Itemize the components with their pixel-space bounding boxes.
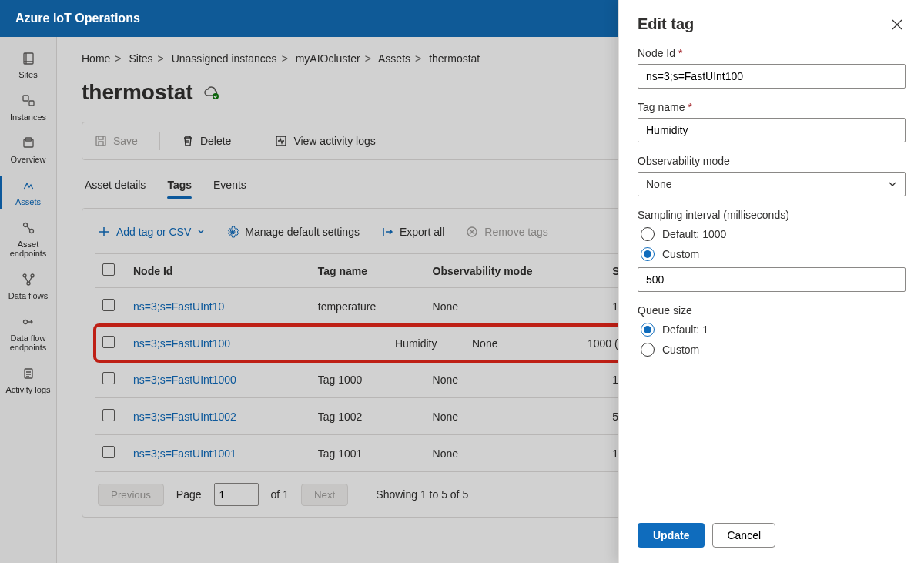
save-icon (95, 135, 107, 147)
page-title: thermostat (82, 80, 193, 105)
tag-name-cell: Tag 1001 (310, 435, 425, 472)
flow-icon (21, 272, 36, 287)
breadcrumb-cluster[interactable]: myAIOcluster (296, 52, 360, 65)
breadcrumb-assets[interactable]: Assets (378, 52, 410, 65)
page-input[interactable] (214, 483, 259, 506)
tab-tags[interactable]: Tags (167, 173, 192, 197)
sidebar-item-sites[interactable]: Sites (0, 45, 56, 87)
trash-icon (182, 135, 194, 147)
page-label: Page (176, 488, 202, 501)
queue-custom-radio[interactable]: Custom (641, 343, 906, 357)
sidebar-item-data-flows[interactable]: Data flows (0, 266, 56, 308)
row-checkbox[interactable] (102, 299, 115, 311)
export-icon (381, 226, 393, 238)
tag-name-cell: Tag 1000 (310, 361, 425, 398)
sidebar-item-activity-logs[interactable]: Activity logs (0, 360, 56, 402)
breadcrumb-home[interactable]: Home (82, 52, 110, 65)
prev-button[interactable]: Previous (98, 484, 164, 506)
sidebar-item-instances[interactable]: Instances (0, 87, 56, 129)
update-button[interactable]: Update (638, 523, 705, 548)
tag-name-cell: temperature (310, 288, 425, 325)
queue-default-radio[interactable]: Default: 1 (641, 323, 906, 337)
tag-name-input[interactable] (638, 118, 906, 142)
remove-icon (466, 226, 478, 238)
tag-name-label: Tag name * (638, 101, 906, 113)
chevron-down-icon (888, 179, 897, 189)
sidebar-item-overview[interactable]: Overview (0, 129, 56, 172)
svg-rect-1 (23, 96, 28, 101)
svg-rect-0 (24, 53, 33, 64)
tab-asset-details[interactable]: Asset details (85, 173, 146, 197)
obs-mode-select[interactable]: None (638, 172, 906, 196)
cancel-button[interactable]: Cancel (712, 523, 775, 548)
node-id-input[interactable] (638, 64, 906, 89)
svg-rect-13 (96, 136, 105, 146)
next-button[interactable]: Next (301, 484, 348, 506)
asset-icon (21, 178, 36, 193)
node-id-link[interactable]: ns=3;s=FastUInt100 (133, 337, 395, 350)
endpoint-icon (21, 220, 36, 236)
sampling-custom-radio[interactable]: Custom (641, 247, 906, 261)
svg-rect-2 (29, 101, 34, 106)
col-node-id[interactable]: Node Id (126, 254, 310, 288)
view-activity-button[interactable]: View activity logs (275, 135, 375, 147)
sidebar-item-data-flow-endpoints[interactable]: Data flow endpoints (0, 308, 56, 360)
row-checkbox[interactable] (102, 446, 115, 458)
radio-selected-icon (641, 247, 654, 261)
sampling-default-radio[interactable]: Default: 1000 (641, 227, 906, 241)
sidebar-item-assets[interactable]: Assets (0, 172, 56, 214)
showing-text: Showing 1 to 5 of 5 (376, 488, 468, 501)
sampling-input[interactable] (638, 267, 906, 292)
plus-icon (98, 226, 110, 238)
cloud-check-icon (203, 84, 219, 101)
flow-endpoint-icon (21, 314, 36, 330)
book-icon (21, 51, 36, 66)
svg-point-10 (23, 320, 27, 324)
select-all-checkbox[interactable] (102, 263, 115, 276)
obs-cell: None (425, 288, 605, 325)
close-button[interactable] (889, 16, 906, 33)
svg-point-5 (23, 223, 27, 227)
obs-cell: None (425, 398, 605, 435)
obs-cell: None (425, 361, 605, 398)
col-obs-mode[interactable]: Observability mode (425, 254, 605, 288)
breadcrumb-current: thermostat (429, 52, 480, 65)
gear-icon (226, 226, 239, 238)
add-tag-button[interactable]: Add tag or CSV (98, 226, 205, 238)
node-id-label: Node Id * (638, 47, 906, 59)
tab-events[interactable]: Events (213, 173, 246, 197)
edit-tag-flyout: Edit tag Node Id * Tag name * Observabil… (618, 0, 924, 563)
flyout-title: Edit tag (638, 15, 694, 33)
log-icon (21, 366, 36, 381)
remove-tags-button: Remove tags (466, 226, 547, 238)
product-name: Azure IoT Operations (15, 12, 140, 25)
node-id-link[interactable]: ns=3;s=FastUInt10 (126, 288, 310, 325)
svg-point-15 (231, 230, 234, 233)
row-checkbox[interactable] (102, 336, 115, 348)
node-id-link[interactable]: ns=3;s=FastUInt1002 (126, 398, 310, 435)
svg-point-8 (31, 274, 34, 277)
obs-cell: None (472, 337, 588, 350)
radio-icon (641, 227, 654, 241)
row-checkbox[interactable] (102, 372, 115, 384)
tag-name-cell: Humidity (395, 337, 472, 350)
obs-cell: None (425, 435, 605, 472)
save-button: Save (95, 135, 138, 147)
shapes-icon (21, 93, 36, 109)
chevron-down-icon (197, 228, 205, 236)
sidebar: Sites Instances Overview Assets Asset en… (0, 37, 57, 563)
node-id-link[interactable]: ns=3;s=FastUInt1000 (126, 361, 310, 398)
radio-selected-icon (641, 323, 654, 337)
delete-button[interactable]: Delete (182, 135, 231, 147)
export-all-button[interactable]: Export all (381, 226, 444, 238)
col-tag-name[interactable]: Tag name (310, 254, 425, 288)
breadcrumb-sites[interactable]: Sites (129, 52, 152, 65)
node-id-link[interactable]: ns=3;s=FastUInt1001 (126, 435, 310, 472)
manage-defaults-button[interactable]: Manage default settings (226, 226, 360, 238)
page-of: of 1 (271, 488, 289, 501)
radio-icon (641, 343, 654, 357)
sidebar-item-asset-endpoints[interactable]: Asset endpoints (0, 214, 56, 266)
row-checkbox[interactable] (102, 409, 115, 421)
breadcrumb-unassigned[interactable]: Unassigned instances (172, 52, 277, 65)
svg-point-7 (23, 274, 26, 277)
